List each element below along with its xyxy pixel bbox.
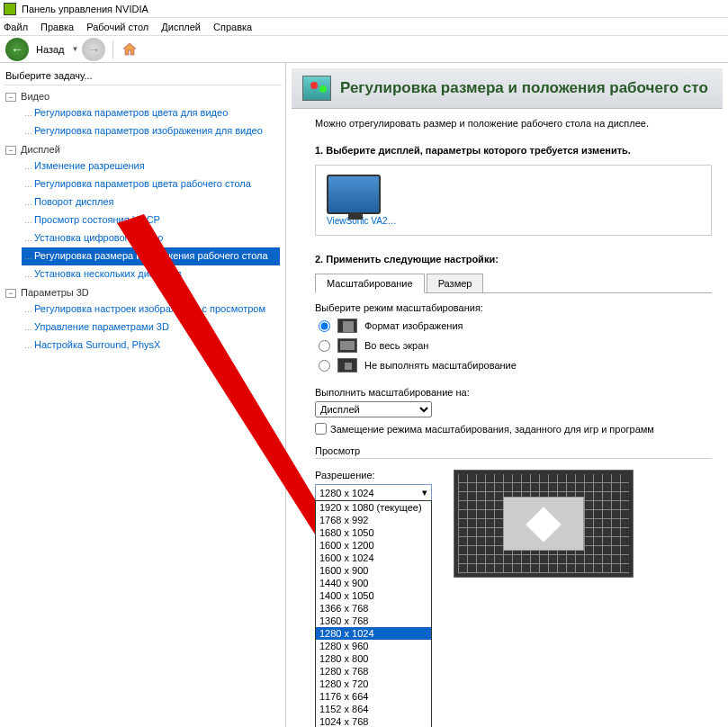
resolution-option[interactable]: 1400 x 1050 [316, 589, 431, 602]
resolution-option[interactable]: 1360 x 768 [316, 615, 431, 627]
window-titlebar: Панель управления NVIDIA [0, 0, 728, 18]
override-checkbox[interactable] [315, 423, 327, 435]
home-icon[interactable] [121, 40, 139, 58]
tree-item[interactable]: Изменение разрешения [22, 157, 280, 175]
tree-item[interactable]: Поворот дисплея [22, 193, 280, 211]
aspect-icon [337, 319, 357, 333]
radio-input[interactable] [319, 360, 330, 372]
tree-toggle-icon[interactable]: − [5, 93, 16, 102]
tree-item-selected[interactable]: Регулировка размера и положения рабочего… [22, 247, 280, 265]
toolbar-separator [112, 40, 113, 58]
scaling-on-label: Выполнить масштабирование на: [315, 387, 712, 398]
tree-item[interactable]: Регулировка параметров цвета для видео [22, 104, 280, 122]
tree-item[interactable]: Установка цифрового аудио [22, 229, 280, 247]
scaling-on-select[interactable]: Дисплей [315, 401, 432, 417]
radio-input[interactable] [319, 340, 330, 352]
radio-full[interactable]: Во весь экран [315, 338, 712, 353]
page-description: Можно отрегулировать размер и положение … [315, 118, 712, 129]
task-label: Выберите задачу... [4, 67, 282, 85]
preview-pattern [454, 470, 634, 578]
tree-item[interactable]: Установка нескольких дисплеев [22, 265, 280, 283]
nvidia-icon [4, 3, 16, 15]
menu-desktop[interactable]: Рабочий стол [86, 22, 148, 32]
resolution-select[interactable]: 1280 x 1024 ▾ 1920 x 1080 (текущее)1768 … [315, 484, 432, 501]
content-header: Регулировка размера и положения рабочего… [292, 68, 723, 109]
page-title: Регулировка размера и положения рабочего… [340, 79, 708, 97]
tree-group-3d[interactable]: Параметры 3D [21, 287, 89, 298]
menu-display[interactable]: Дисплей [161, 22, 201, 32]
resolution-option[interactable]: 1768 x 992 [316, 514, 431, 526]
resolution-option[interactable]: 1152 x 864 [316, 703, 431, 715]
preview-label: Просмотр [315, 445, 712, 456]
resolution-option[interactable]: 1600 x 900 [316, 564, 431, 577]
back-dropdown-icon[interactable]: ▼ [72, 45, 79, 53]
radio-input[interactable] [319, 320, 330, 332]
tree-group-video[interactable]: Видео [21, 91, 49, 102]
resolution-option[interactable]: 1280 x 720 [316, 678, 431, 690]
toolbar: ← Назад ▼ → [0, 36, 728, 63]
resolution-option[interactable]: 1024 x 768 [316, 715, 431, 727]
resolution-value: 1280 x 1024 [319, 488, 374, 498]
resolution-dropdown[interactable]: 1920 x 1080 (текущее)1768 x 9921680 x 10… [315, 500, 432, 727]
resolution-option[interactable]: 1440 x 900 [316, 577, 431, 589]
window-title: Панель управления NVIDIA [22, 4, 148, 14]
tab-size[interactable]: Размер [427, 274, 484, 292]
display-selector: ViewSonic VA2… [315, 165, 712, 236]
resolution-option[interactable]: 1600 x 1024 [316, 552, 431, 564]
forward-button[interactable]: → [82, 38, 105, 61]
resolution-option[interactable]: 1176 x 664 [316, 690, 431, 703]
tab-scaling[interactable]: Масштабирование [315, 274, 425, 293]
back-label: Назад [36, 44, 65, 55]
section2-label: 2. Применить следующие настройки: [315, 254, 712, 265]
menu-edit[interactable]: Правка [40, 22, 74, 32]
menu-help[interactable]: Справка [213, 22, 252, 32]
resolution-option[interactable]: 1280 x 1024 [316, 627, 431, 640]
tree-group-display[interactable]: Дисплей [21, 144, 60, 155]
tabs: Масштабирование Размер [315, 274, 712, 293]
tree-toggle-icon[interactable]: − [5, 146, 16, 155]
monitor-icon [327, 175, 381, 214]
tree-toggle-icon[interactable]: − [5, 289, 16, 298]
radio-none[interactable]: Не выполнять масштабирование [315, 358, 712, 372]
menu-file[interactable]: Файл [4, 22, 28, 32]
resolution-option[interactable]: 1280 x 800 [316, 652, 431, 665]
fullscreen-icon [337, 338, 357, 353]
tree-item[interactable]: Настройка Surround, PhysX [22, 337, 280, 355]
radio-label: Во весь экран [364, 340, 428, 351]
nav-tree: − Видео Регулировка параметров цвета для… [4, 85, 282, 360]
resolution-option[interactable]: 1280 x 960 [316, 640, 431, 652]
override-label: Замещение режима масштабирования, заданн… [330, 424, 654, 435]
menubar: Файл Правка Рабочий стол Дисплей Справка [0, 18, 728, 36]
resolution-option[interactable]: 1920 x 1080 (текущее) [316, 501, 431, 514]
scaling-mode-label: Выберите режим масштабирования: [315, 302, 712, 313]
resolution-option[interactable]: 1680 x 1050 [316, 526, 431, 539]
resolution-option[interactable]: 1366 x 768 [316, 602, 431, 615]
resolution-label: Разрешение: [315, 470, 432, 480]
tree-item[interactable]: Просмотр состояния HDCP [22, 211, 280, 229]
no-scaling-icon [337, 358, 357, 372]
sidebar: Выберите задачу... − Видео Регулировка п… [0, 63, 286, 727]
tree-item[interactable]: Управление параметрами 3D [22, 319, 280, 337]
back-button[interactable]: ← [5, 38, 29, 61]
radio-label: Не выполнять масштабирование [364, 360, 517, 371]
radio-label: Формат изображения [364, 320, 463, 331]
resolution-option[interactable]: 1600 x 1200 [316, 539, 431, 552]
chevron-down-icon: ▾ [422, 487, 427, 498]
tree-item[interactable]: Регулировка параметров изображения для в… [22, 122, 280, 140]
monitor-item[interactable]: ViewSonic VA2… [327, 175, 396, 226]
tree-item[interactable]: Регулировка настроек изображения с просм… [22, 301, 280, 319]
radio-aspect[interactable]: Формат изображения [315, 319, 712, 333]
section1-label: 1. Выберите дисплей, параметры которого … [315, 145, 712, 156]
header-icon [302, 76, 331, 101]
content-pane: Регулировка размера и положения рабочего… [286, 63, 728, 727]
tree-item[interactable]: Регулировка параметров цвета рабочего ст… [22, 175, 280, 193]
resolution-option[interactable]: 1280 x 768 [316, 665, 431, 678]
